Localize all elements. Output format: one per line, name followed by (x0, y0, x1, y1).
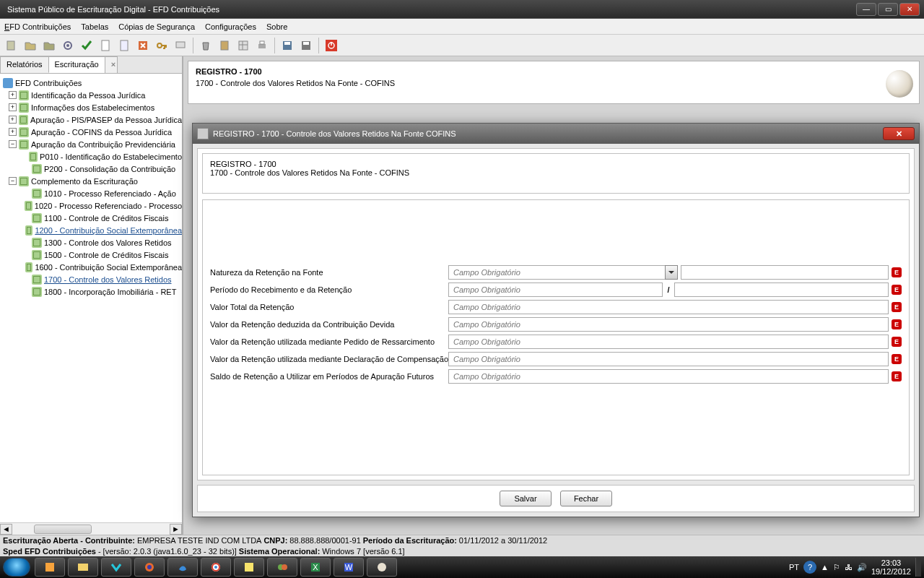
svg-rect-8 (221, 41, 228, 50)
taskbar-item[interactable]: W (334, 558, 364, 577)
scroll-right-icon[interactable]: ► (170, 524, 182, 535)
tray-chevron-up-icon[interactable]: ▲ (821, 563, 829, 571)
tray-network-icon[interactable]: 🖧 (845, 563, 853, 571)
tray-flag-icon[interactable]: ⚐ (833, 563, 840, 572)
toolbar-power-icon[interactable] (323, 37, 340, 54)
toolbar-save2-icon[interactable] (297, 37, 315, 54)
tab-escrituracao[interactable]: Escrituração (48, 56, 105, 73)
scroll-thumb[interactable] (34, 525, 92, 534)
tree-item[interactable]: −Complemento da Escrituração (0, 175, 182, 187)
expand-icon[interactable]: + (9, 103, 17, 111)
save-button[interactable]: Salvar (500, 491, 552, 506)
taskbar-item[interactable]: X (300, 558, 331, 577)
toolbar-cert-icon[interactable] (172, 37, 189, 54)
taskbar-item[interactable] (101, 558, 131, 577)
dialog-titlebar[interactable]: REGISTRO - 1700 - Controle dos Valores R… (193, 124, 919, 144)
tray-clock[interactable]: 23:03 19/12/2012 (871, 558, 911, 576)
taskbar-item[interactable] (35, 558, 65, 577)
taskbar-item[interactable] (68, 558, 98, 577)
form-row-valor-ressarcimento: Valor da Retenção utilizada mediante Ped… (210, 333, 902, 350)
tray-volume-icon[interactable]: 🔊 (857, 563, 867, 572)
taskbar-item[interactable] (201, 558, 231, 577)
collapse-icon[interactable]: − (9, 140, 17, 148)
tree-item[interactable]: P010 - Identificação do Estabelecimento (0, 150, 182, 163)
tree-item[interactable]: 1100 - Controle de Créditos Fiscais (0, 212, 182, 224)
svg-rect-0 (7, 41, 14, 50)
show-desktop-button[interactable] (915, 558, 921, 577)
taskbar-item[interactable] (134, 558, 165, 577)
toolbar-table-icon[interactable] (235, 37, 252, 54)
tree-item[interactable]: P200 - Consolidação da Contribuição (0, 163, 182, 175)
dropdown-button[interactable] (665, 265, 678, 280)
input-valor-deduzida[interactable] (448, 317, 889, 332)
input-valor-compensacao[interactable] (448, 352, 889, 366)
tree-item[interactable]: 1800 - Incorporação Imobiliária - RET (0, 285, 182, 298)
toolbar-check-icon[interactable] (78, 37, 95, 54)
taskbar-item[interactable] (367, 558, 397, 577)
tray-help-icon[interactable]: ? (803, 561, 816, 574)
toolbar-trash-icon[interactable] (197, 37, 214, 54)
form-row-periodo: Período do Recebimento e da Retenção / E (210, 281, 902, 298)
scroll-left-icon[interactable]: ◄ (0, 524, 12, 535)
input-valor-ressarcimento[interactable] (448, 335, 889, 349)
toolbar-new-icon[interactable] (3, 37, 20, 54)
tree-item[interactable]: 1010 - Processo Referenciado - Ação (0, 187, 182, 199)
taskbar-item[interactable] (234, 558, 264, 577)
slash-separator: / (663, 285, 674, 294)
tree-root[interactable]: EFD Contribuições (0, 77, 182, 89)
tray-lang[interactable]: PT (789, 563, 799, 571)
tab-relatorios[interactable]: Relatórios (0, 56, 49, 73)
tree-item[interactable]: 1020 - Processo Referenciado - Processo (0, 199, 182, 212)
minimize-button[interactable]: — (856, 3, 876, 16)
menu-copias[interactable]: Cópias de Segurança (118, 22, 195, 31)
tab-close[interactable]: × (105, 56, 118, 73)
collapse-icon[interactable]: − (9, 177, 17, 185)
menu-efd[interactable]: EFD Contribuições (4, 22, 71, 31)
input-natureza-desc[interactable] (681, 265, 889, 280)
expand-icon[interactable]: + (9, 116, 17, 124)
sphere-icon (886, 70, 913, 98)
maximize-button[interactable]: ▭ (878, 3, 898, 16)
toolbar-open2-icon[interactable] (40, 37, 58, 54)
input-periodo-inicio[interactable] (448, 282, 663, 297)
doc-icon (25, 201, 32, 211)
tree-item[interactable]: 1300 - Controle dos Valores Retidos (0, 236, 182, 249)
input-valor-total[interactable] (448, 300, 889, 314)
input-natureza-code[interactable] (448, 265, 666, 280)
tree-item[interactable]: −Apuração da Contribuição Previdenciária (0, 138, 182, 150)
input-saldo[interactable] (448, 369, 889, 384)
close-button[interactable]: Fechar (560, 491, 612, 506)
taskbar-item[interactable] (167, 558, 198, 577)
menu-config[interactable]: Configurações (205, 22, 256, 31)
dialog-close-button[interactable]: ✕ (883, 127, 915, 140)
menu-sobre[interactable]: Sobre (266, 22, 287, 31)
toolbar-doc2-icon[interactable] (116, 37, 133, 54)
sidebar-hscrollbar[interactable]: ◄ ► (0, 522, 182, 535)
tree-item[interactable]: +Apuração - PIS/PASEP da Pessoa Jurídica (0, 113, 182, 126)
tree-item[interactable]: +Informações dos Estabelecimentos (0, 101, 182, 113)
svg-point-32 (378, 563, 386, 571)
toolbar-open-icon[interactable] (22, 37, 39, 54)
toolbar-gear-icon[interactable] (59, 37, 77, 54)
toolbar-delete-icon[interactable] (134, 37, 152, 54)
tree-item[interactable]: 1600 - Contribuição Social Extemporânea (0, 261, 182, 273)
label-saldo: Saldo de Retenção a Utilizar em Períodos… (210, 372, 448, 381)
tree-item[interactable]: 1500 - Controle de Créditos Fiscais (0, 249, 182, 261)
window-close-button[interactable]: ✕ (899, 3, 920, 16)
tree-item-selected[interactable]: 1700 - Controle dos Valores Retidos (0, 273, 182, 285)
toolbar-save-icon[interactable] (279, 37, 296, 54)
menu-tabelas[interactable]: Tabelas (81, 22, 108, 31)
toolbar-key-icon[interactable] (153, 37, 170, 54)
toolbar-doc-icon[interactable] (97, 37, 114, 54)
start-button[interactable] (3, 558, 30, 577)
toolbar-print-icon[interactable] (253, 37, 271, 54)
expand-icon[interactable]: + (9, 91, 17, 99)
expand-icon[interactable]: + (9, 128, 17, 136)
tree-item[interactable]: +Apuração - COFINS da Pessoa Jurídica (0, 126, 182, 138)
taskbar-item[interactable] (267, 558, 297, 577)
tree-item[interactable]: 1200 - Contribuição Social Extemporânea (0, 224, 182, 236)
doc-icon (25, 225, 33, 236)
toolbar-paste-icon[interactable] (216, 37, 233, 54)
tree-item[interactable]: +Identificação da Pessoa Jurídica (0, 89, 182, 101)
input-periodo-fim[interactable] (674, 282, 889, 297)
